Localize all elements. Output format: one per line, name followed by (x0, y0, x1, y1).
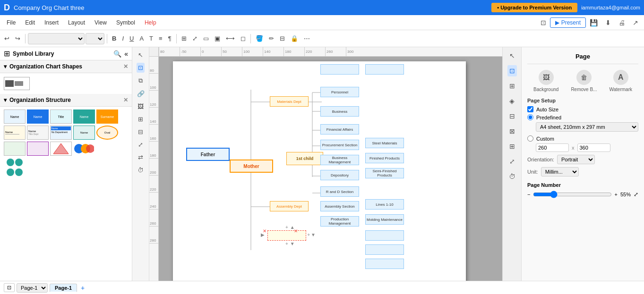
depository-node[interactable]: Depository (320, 170, 359, 180)
para-button[interactable]: ¶ (166, 34, 174, 43)
print-icon[interactable]: 🖨 (615, 17, 629, 28)
structure-item-15[interactable] (4, 158, 26, 176)
tool-link[interactable]: 🔗 (136, 89, 146, 99)
background-item[interactable]: 🖼 Background (533, 70, 558, 92)
predefined-radio[interactable] (527, 114, 533, 120)
right-icon-stack[interactable]: ◈ (507, 95, 516, 107)
assembly-dept-node[interactable]: Assembly Dept (270, 201, 309, 211)
download-icon[interactable]: ⬇ (601, 17, 615, 28)
structure-item-5[interactable]: Surname (96, 109, 118, 124)
add-page-button[interactable]: + (79, 284, 86, 292)
right-icon-page[interactable]: ⊡ (507, 65, 517, 76)
tool-layers[interactable]: ⧉ (137, 76, 144, 86)
lines-node[interactable]: Lines 1-10 (365, 199, 404, 210)
font-color-button[interactable]: A (137, 34, 146, 43)
width-input[interactable]: 260 (536, 143, 569, 152)
empty-bottom-node-1[interactable] (365, 230, 404, 241)
first-child-node[interactable]: 1st child (286, 152, 323, 165)
font-size-select[interactable] (86, 33, 104, 44)
structure-item-1[interactable]: Name (4, 109, 26, 124)
structure-item-3[interactable]: Title (50, 109, 72, 124)
steel-materials-node[interactable]: Steel Materials (365, 138, 404, 148)
right-icon-move[interactable]: ↖ (507, 50, 517, 61)
present-button[interactable]: ▶ Present (550, 17, 586, 28)
align-button[interactable]: ≡ (156, 34, 165, 43)
zoom-minus[interactable]: − (527, 192, 530, 197)
zoom-plus[interactable]: + (615, 192, 618, 197)
sidebar-collapse-button[interactable]: « (124, 50, 128, 58)
biz-mgmt-node[interactable]: Business Management (320, 155, 359, 165)
menu-symbol[interactable]: Symbol (112, 17, 140, 28)
tool-table[interactable]: ⊟ (137, 127, 145, 137)
page-layout-button[interactable]: ⊡ (4, 283, 15, 292)
empty-top-node-2[interactable] (365, 64, 404, 75)
height-input[interactable]: 360 (577, 143, 610, 152)
tool-select[interactable]: ⊡ (137, 63, 145, 73)
assembly-section-node[interactable]: Assembly Section (320, 201, 359, 211)
text-box-button[interactable]: ⊞ (179, 34, 189, 43)
connect-button[interactable]: ⤢ (190, 34, 200, 43)
zoom-fit-button[interactable]: ⤢ (634, 191, 638, 198)
page-dropdown[interactable]: Page-1 (17, 283, 48, 293)
structure-item-2[interactable]: Name (27, 109, 49, 124)
upgrade-button[interactable]: • Upgrade to Premium Version (491, 3, 577, 12)
molding-node[interactable]: Molding Maintenance (365, 214, 404, 225)
undo-button[interactable]: ↩ (2, 34, 12, 43)
canvas-page[interactable]: Father Mother 1st child Materials Dept P… (173, 61, 466, 281)
shape1-button[interactable]: ▭ (201, 34, 211, 43)
right-icon-connect[interactable]: ⊞ (507, 141, 517, 152)
menu-insert[interactable]: Insert (40, 17, 63, 28)
empty-bottom-node-2[interactable] (365, 244, 404, 255)
structure-item-12[interactable] (27, 142, 49, 156)
structure-item-7[interactable]: NameTitle Dept (27, 126, 49, 140)
zoom-slider[interactable] (533, 191, 611, 198)
procurement-node[interactable]: Procurement Section (320, 140, 359, 150)
org-chart-shapes-close[interactable]: ✕ (123, 63, 128, 70)
structure-item-10[interactable]: Oval (96, 126, 118, 140)
org-chart-shapes-section[interactable]: ▾ Organization Chart Shapes ✕ (0, 60, 132, 73)
dash-button[interactable]: ⊟ (277, 34, 287, 43)
org-structure-section[interactable]: ▾ Organization Structure ✕ (0, 94, 132, 107)
menu-layout[interactable]: Layout (63, 17, 90, 28)
text-button[interactable]: T (147, 34, 155, 43)
structure-item-14[interactable] (73, 142, 95, 156)
structure-item-13[interactable] (50, 142, 72, 156)
orientation-select[interactable]: Portrait Landscape (557, 155, 595, 164)
shape2-button[interactable]: ▣ (212, 34, 223, 43)
structure-item-6[interactable]: Name (4, 126, 26, 140)
more-button[interactable]: ⋯ (301, 34, 312, 43)
selected-node[interactable] (267, 230, 306, 241)
org-structure-close[interactable]: ✕ (123, 97, 128, 103)
empty-top-node-1[interactable] (320, 64, 359, 75)
personnel-node[interactable]: Personnel (320, 87, 359, 97)
menu-help[interactable]: Help (140, 17, 161, 28)
redo-button[interactable]: ↪ (13, 34, 23, 43)
line-button[interactable]: ✏ (266, 34, 276, 43)
add-handle-top[interactable]: + (285, 225, 288, 230)
tool-resize[interactable]: ⤢ (137, 140, 145, 150)
tool-group[interactable]: ⊞ (137, 114, 145, 124)
custom-radio[interactable] (527, 135, 533, 142)
remove-bg-item[interactable]: 🗑 Remove B... (571, 70, 597, 92)
right-icon-history[interactable]: ⏱ (507, 171, 517, 182)
unit-select[interactable]: Millim... Pixels Inches (541, 167, 579, 176)
right-icon-frame[interactable]: ⊟ (507, 110, 517, 122)
fill-button[interactable]: 🪣 (253, 34, 266, 43)
font-select[interactable] (28, 33, 85, 44)
auto-size-checkbox[interactable] (527, 106, 533, 112)
shape4-button[interactable]: ◻ (238, 34, 248, 43)
menu-file[interactable]: File (2, 17, 20, 28)
rd-section-node[interactable]: R and D Section (320, 186, 359, 197)
underline-button[interactable]: U (127, 34, 136, 43)
watermark-item[interactable]: A Watermark (609, 70, 632, 92)
down-handle[interactable]: ▼ (290, 241, 295, 246)
mother-node[interactable]: Mother (230, 160, 273, 173)
tool-image[interactable]: 🖼 (136, 101, 145, 111)
structure-item-11[interactable] (4, 142, 26, 156)
tool-history[interactable]: ⏱ (136, 165, 145, 175)
add-handle-right[interactable]: + (307, 232, 310, 237)
page-tab-1[interactable]: Page-1 (50, 284, 77, 292)
production-mgmt-node[interactable]: Production Management (320, 216, 359, 227)
add-handle-bottom[interactable]: + (285, 241, 288, 246)
menu-view[interactable]: View (90, 17, 112, 28)
